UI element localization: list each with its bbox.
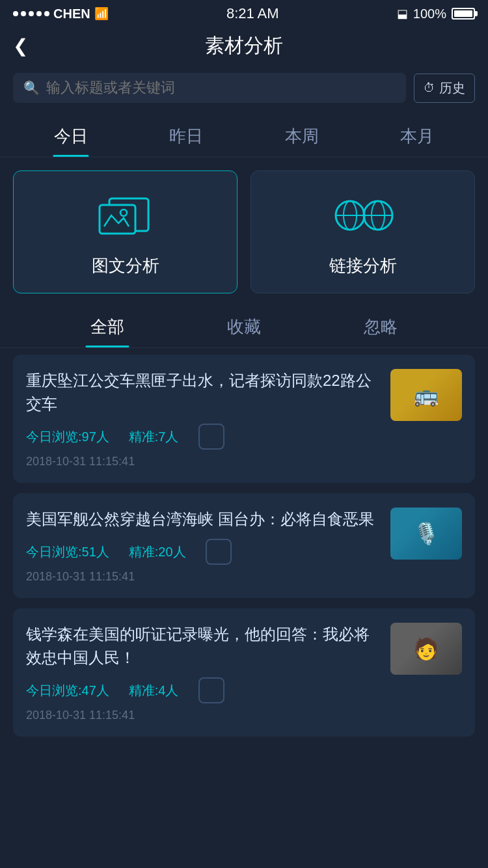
search-bar: 🔍 ⏱ 历史 (0, 65, 488, 111)
wifi-icon: 📶 (94, 7, 109, 21)
article-title: 重庆坠江公交车黑匣子出水，记者探访同款22路公交车 (26, 369, 380, 416)
article-thumbnail: 🧑 (390, 623, 462, 675)
article-content: 美国军舰公然穿越台湾海峡 国台办：必将自食恶果 今日浏览:51人 精准:20人 … (26, 508, 380, 584)
article-checkbox[interactable] (206, 539, 232, 565)
history-label: 历史 (439, 79, 465, 97)
article-views: 今日浏览:97人 (26, 428, 109, 446)
page-title: 素材分析 (205, 33, 283, 59)
search-icon: 🔍 (23, 80, 40, 96)
card-link-analysis[interactable]: 链接分析 (251, 170, 475, 293)
status-bar: CHEN 📶 8:21 AM ⬓ 100% (0, 0, 488, 26)
tab-yesterday[interactable]: 昨日 (156, 116, 216, 157)
article-precise: 精准:7人 (129, 428, 179, 446)
battery-icon (452, 8, 475, 20)
article-checkbox[interactable] (198, 677, 224, 703)
date-tabs: 今日 昨日 本周 本月 (0, 116, 488, 157)
status-time: 8:21 AM (226, 5, 279, 22)
status-left: CHEN 📶 (13, 7, 109, 21)
analysis-cards: 图文分析 链接分析 (0, 157, 488, 293)
article-content: 重庆坠江公交车黑匣子出水，记者探访同款22路公交车 今日浏览:97人 精准:7人… (26, 369, 380, 468)
search-input-wrap[interactable]: 🔍 (13, 73, 406, 103)
status-right: ⬓ 100% (397, 7, 475, 21)
article-views: 今日浏览:47人 (26, 682, 109, 699)
card-image-label: 图文分析 (92, 254, 159, 277)
image-analysis-icon (90, 191, 161, 243)
article-precise: 精准:20人 (129, 543, 186, 561)
article-precise: 精准:4人 (129, 682, 179, 699)
carrier-name: CHEN (53, 7, 90, 21)
history-button[interactable]: ⏱ 历史 (414, 74, 475, 103)
card-image-analysis[interactable]: 图文分析 (13, 170, 237, 293)
article-title: 美国军舰公然穿越台湾海峡 国台办：必将自食恶果 (26, 508, 380, 531)
article-thumbnail (390, 369, 462, 421)
tab-this-month[interactable]: 本月 (387, 116, 447, 157)
article-item: 美国军舰公然穿越台湾海峡 国台办：必将自食恶果 今日浏览:51人 精准:20人 … (13, 493, 475, 598)
nav-bar: ❮ 素材分析 (0, 26, 488, 65)
article-item: 重庆坠江公交车黑匣子出水，记者探访同款22路公交车 今日浏览:97人 精准:7人… (13, 355, 475, 483)
article-stats: 今日浏览:47人 精准:4人 (26, 677, 380, 703)
article-date: 2018-10-31 11:15:41 (26, 455, 380, 468)
search-input[interactable] (46, 79, 396, 96)
article-item: 钱学森在美国的听证记录曝光，他的回答：我必将效忠中国人民！ 今日浏览:47人 精… (13, 608, 475, 737)
article-views: 今日浏览:51人 (26, 543, 109, 561)
link-analysis-icon (327, 191, 399, 243)
tab-today[interactable]: 今日 (41, 116, 101, 157)
article-list: 重庆坠江公交车黑匣子出水，记者探访同款22路公交车 今日浏览:97人 精准:7人… (0, 355, 488, 737)
card-link-label: 链接分析 (329, 254, 397, 277)
bluetooth-icon: ⬓ (397, 7, 408, 21)
article-stats: 今日浏览:51人 精准:20人 (26, 539, 380, 565)
tab-ignored[interactable]: 忽略 (344, 306, 417, 347)
tab-favorites[interactable]: 收藏 (208, 306, 280, 347)
content-tabs: 全部 收藏 忽略 (0, 306, 488, 348)
signal-dots (13, 11, 49, 16)
article-checkbox[interactable] (198, 424, 224, 450)
battery-percent: 100% (413, 7, 446, 21)
article-date: 2018-10-31 11:15:41 (26, 709, 380, 722)
article-content: 钱学森在美国的听证记录曝光，他的回答：我必将效忠中国人民！ 今日浏览:47人 精… (26, 623, 380, 722)
clock-icon: ⏱ (424, 81, 435, 95)
tab-this-week[interactable]: 本周 (272, 116, 332, 157)
svg-rect-1 (100, 205, 135, 234)
article-thumbnail: 🎙️ (390, 508, 462, 560)
tab-all[interactable]: 全部 (71, 306, 144, 347)
back-button[interactable]: ❮ (13, 35, 28, 57)
article-title: 钱学森在美国的听证记录曝光，他的回答：我必将效忠中国人民！ (26, 623, 380, 670)
article-stats: 今日浏览:97人 精准:7人 (26, 424, 380, 450)
article-date: 2018-10-31 11:15:41 (26, 570, 380, 584)
